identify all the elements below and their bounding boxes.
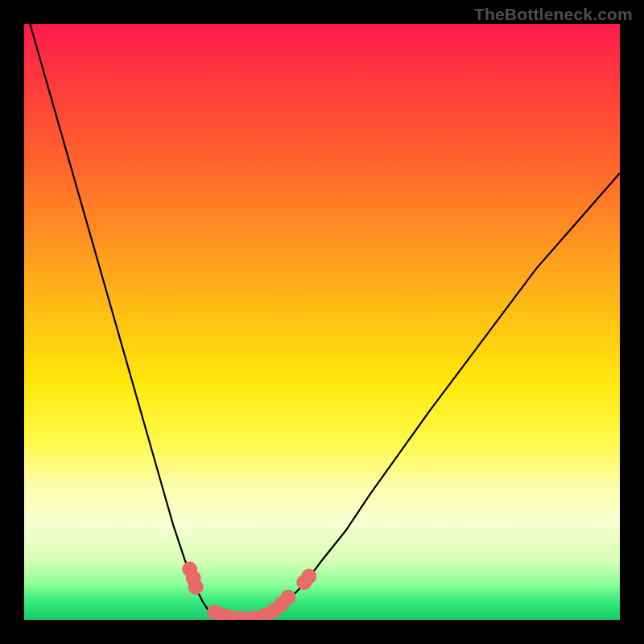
chart-frame: TheBottleneck.com <box>0 0 644 644</box>
curve-layer <box>24 24 620 620</box>
marker-point <box>188 580 204 595</box>
marker-point <box>301 568 316 584</box>
marker-point <box>280 589 295 605</box>
watermark-text: TheBottleneck.com <box>474 5 633 24</box>
plot-area <box>24 24 620 620</box>
curve-right-branch <box>275 173 620 610</box>
curve-left-branch <box>30 24 221 619</box>
